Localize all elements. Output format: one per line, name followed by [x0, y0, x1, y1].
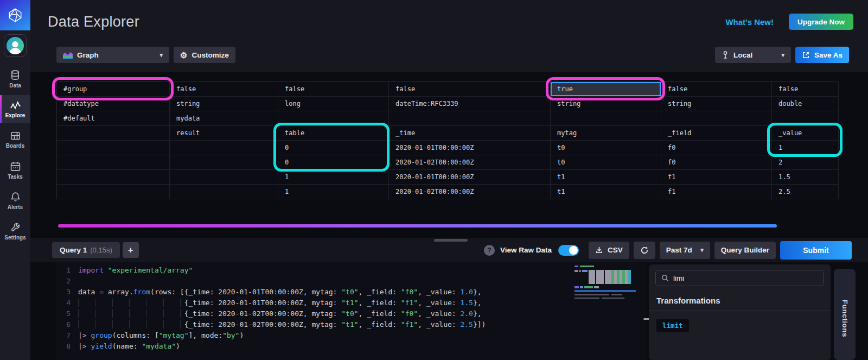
title-row: Data Explorer What's New! Upgrade Now	[30, 0, 868, 43]
flux-code-editor[interactable]: 1import "experimental/array"23data = arr…	[56, 262, 646, 360]
submit-button[interactable]: Submit	[780, 241, 852, 260]
view-raw-data-label: View Raw Data	[500, 246, 552, 254]
function-item-limit[interactable]: limit	[656, 319, 689, 332]
sidebar-item-label: Settings	[4, 235, 25, 241]
table-cell: f1	[661, 185, 772, 199]
refresh-button[interactable]	[634, 242, 655, 259]
chevron-down-icon: ▾	[781, 52, 784, 59]
table-cell	[551, 111, 661, 126]
boards-grid-icon	[10, 130, 21, 141]
save-as-button[interactable]: Save As	[795, 47, 849, 63]
code-line[interactable]: 8|> yield(name: "mydata")	[56, 341, 646, 352]
table-cell: t0	[551, 155, 661, 170]
table-cell: 2020-01-02T00:00:00Z	[389, 185, 551, 199]
sidebar-nav: Data Explore Boards	[0, 62, 30, 245]
table-cell	[57, 126, 170, 141]
table-cell: 1	[278, 170, 389, 185]
time-range-dropdown[interactable]: Past 7d ▾	[660, 242, 710, 259]
user-avatar-button[interactable]	[4, 34, 27, 57]
csv-download-button[interactable]: CSV	[589, 242, 629, 259]
horizontal-scrollbar[interactable]	[434, 239, 468, 242]
code-line[interactable]: 2	[56, 276, 646, 287]
sidebar-item-boards[interactable]: Boards	[0, 125, 30, 154]
table-cell: 2020-01-01T00:00:00Z	[389, 170, 551, 185]
table-cell: long	[278, 97, 389, 111]
download-icon	[595, 246, 603, 254]
table-cell: t1	[551, 185, 661, 199]
table-cell: 1	[278, 185, 389, 199]
table-cell	[170, 155, 278, 170]
person-icon	[7, 38, 24, 54]
table-cell: _field	[661, 126, 772, 141]
page-title: Data Explorer	[48, 14, 139, 30]
table-cell: table	[278, 126, 389, 141]
sidebar-item-label: Data	[9, 83, 21, 89]
sidebar-item-label: Alerts	[8, 204, 23, 210]
table-cell: mydata	[170, 111, 278, 126]
functions-section-heading: Transformations	[649, 286, 831, 311]
chevron-down-icon: ▾	[159, 52, 163, 59]
table-cell: result	[170, 126, 278, 141]
line-number: 5	[56, 308, 71, 319]
sidebar-item-data[interactable]: Data	[0, 65, 30, 93]
code-area: 1import "experimental/array"23data = arr…	[56, 265, 646, 352]
table-cell: 0	[278, 141, 389, 155]
functions-side-tab[interactable]: Functions	[834, 269, 856, 360]
scope-dropdown[interactable]: Local ▾	[715, 47, 791, 63]
code-line[interactable]: 4 {_time: 2020-01-01T00:00:00Z, mytag: "…	[56, 298, 646, 308]
code-line[interactable]: 5 {_time: 2020-01-02T00:00:00Z, mytag: "…	[56, 308, 646, 319]
editor-minimap[interactable]	[573, 264, 643, 324]
code-line[interactable]: 3data = array.from(rows: [{_time: 2020-0…	[56, 287, 646, 298]
table-cell: t0	[551, 141, 661, 155]
functions-search-input[interactable]	[673, 274, 818, 282]
customize-button[interactable]: ⚙ Customize	[174, 47, 235, 63]
pin-icon	[722, 50, 729, 59]
table-cell: #default	[57, 111, 170, 126]
view-raw-data-toggle[interactable]	[558, 245, 579, 256]
table-cell: mytag	[551, 126, 661, 141]
visualization-type-dropdown[interactable]: Graph ▾	[56, 47, 169, 63]
table-cell: #group	[57, 82, 170, 97]
table-cell	[57, 141, 170, 155]
query-tab[interactable]: Query 1 (0.15s)	[52, 242, 120, 258]
functions-panel: Transformations limit	[649, 264, 831, 360]
sidebar-item-alerts[interactable]: Alerts	[0, 186, 30, 214]
scope-label: Local	[733, 51, 752, 59]
code-line[interactable]: 6 {_time: 2020-01-02T00:00:00Z, mytag: "…	[56, 319, 646, 330]
line-number: 3	[56, 287, 71, 298]
table-cell: 2020-01-01T00:00:00Z	[389, 141, 551, 155]
line-number: 7	[56, 330, 71, 341]
sidebar: Data Explore Boards	[0, 0, 30, 360]
table-cell: t1	[551, 170, 661, 185]
code-line[interactable]: 7|> group(columns: ["mytag"], mode:"by")	[56, 330, 646, 341]
upgrade-now-button[interactable]: Upgrade Now	[789, 14, 853, 30]
line-number: 1	[56, 265, 71, 276]
sidebar-item-tasks[interactable]: Tasks	[0, 156, 30, 184]
functions-search[interactable]	[655, 270, 824, 286]
csv-label: CSV	[608, 246, 623, 254]
table-cell: _time	[389, 126, 551, 141]
wrench-icon	[10, 222, 21, 233]
table-cell	[389, 111, 551, 126]
area-chart-icon	[63, 51, 73, 59]
influxdb-logo[interactable]	[0, 0, 30, 30]
avatar	[7, 37, 24, 54]
influxdb-cube-icon	[7, 7, 23, 23]
query-builder-button[interactable]: Query Builder	[714, 242, 776, 259]
sidebar-item-settings[interactable]: Settings	[0, 217, 30, 245]
calendar-icon	[10, 161, 21, 172]
table-cell: 2	[772, 155, 839, 170]
bell-icon	[10, 191, 21, 203]
header: Data Explorer What's New! Upgrade Now Gr…	[30, 0, 868, 72]
query-bar: Query 1 (0.15s) + ? View Raw Data CSV	[30, 238, 868, 262]
whats-new-link[interactable]: What's New!	[725, 17, 774, 27]
database-icon	[9, 70, 21, 81]
sidebar-item-explore[interactable]: Explore	[0, 95, 30, 123]
add-query-button[interactable]: +	[123, 242, 139, 258]
table-cell: #datatype	[57, 97, 170, 111]
sidebar-item-label: Tasks	[8, 174, 23, 180]
table-cell: false	[170, 82, 278, 97]
table-cell	[57, 155, 170, 170]
help-icon[interactable]: ?	[484, 245, 495, 256]
code-line[interactable]: 1import "experimental/array"	[56, 265, 646, 276]
